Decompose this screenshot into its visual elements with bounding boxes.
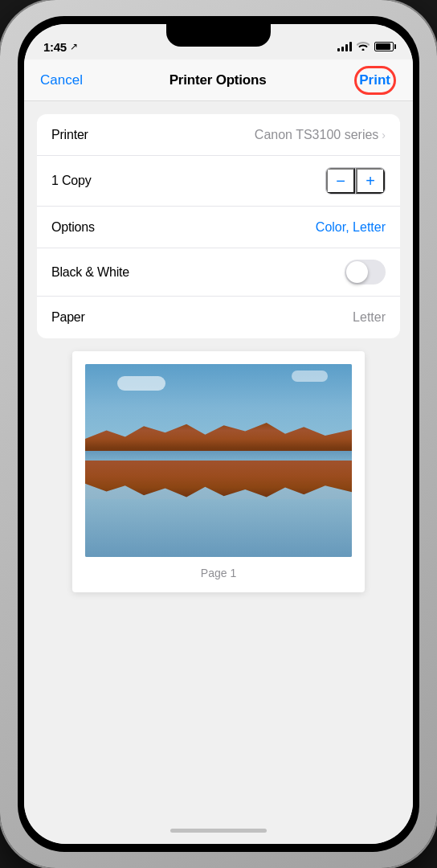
toggle-thumb <box>346 261 368 283</box>
page-title: Printer Options <box>169 72 267 88</box>
printer-row[interactable]: Printer Canon TS3100 series › <box>37 114 400 156</box>
battery-icon <box>374 42 394 51</box>
copies-row: 1 Copy − + <box>37 156 400 207</box>
preview-image <box>85 364 352 557</box>
navigation-bar: Cancel Printer Options Print <box>24 59 413 101</box>
phone-frame: 1:45 ↗ <box>0 0 437 868</box>
decrement-button[interactable]: − <box>326 168 355 194</box>
copies-label: 1 Copy <box>51 174 92 188</box>
cloud-1 <box>117 376 165 391</box>
cancel-button[interactable]: Cancel <box>40 72 83 88</box>
preview-card: Page 1 <box>72 351 365 592</box>
printer-value: Canon TS3100 series <box>255 128 378 142</box>
increment-button[interactable]: + <box>356 168 385 194</box>
options-row[interactable]: Options Color, Letter <box>37 207 400 248</box>
rock-arch <box>85 422 352 499</box>
content-area: Printer Canon TS3100 series › 1 Copy − + <box>24 101 413 817</box>
bw-row: Black & White <box>37 248 400 297</box>
printer-label: Printer <box>51 128 88 142</box>
status-icons <box>337 41 394 53</box>
paper-row[interactable]: Paper Letter <box>37 297 400 338</box>
paper-label: Paper <box>51 310 85 325</box>
rock-bottom <box>85 461 352 499</box>
bw-label: Black & White <box>51 265 129 280</box>
notch <box>166 24 271 47</box>
sky-reflection <box>85 499 352 557</box>
options-card: Printer Canon TS3100 series › 1 Copy − + <box>37 114 400 338</box>
bw-toggle[interactable] <box>345 260 386 285</box>
screen: 1:45 ↗ <box>24 24 413 844</box>
status-time: 1:45 <box>43 40 67 54</box>
copy-stepper: − + <box>325 167 386 194</box>
chevron-right-icon: › <box>382 129 386 141</box>
home-indicator-area <box>24 817 413 844</box>
printer-value-group: Canon TS3100 series › <box>255 128 386 142</box>
print-button[interactable]: Print <box>353 69 397 91</box>
options-label: Options <box>51 220 95 235</box>
paper-value: Letter <box>353 310 386 325</box>
phone-screen-container: 1:45 ↗ <box>18 16 419 852</box>
print-button-wrapper: Print <box>353 72 397 88</box>
options-value: Color, Letter <box>316 220 386 235</box>
home-bar[interactable] <box>170 829 267 833</box>
cloud-2 <box>292 371 328 382</box>
wifi-icon <box>357 41 370 53</box>
location-icon: ↗ <box>70 41 78 52</box>
page-label: Page 1 <box>201 567 236 579</box>
signal-icon <box>337 42 352 51</box>
